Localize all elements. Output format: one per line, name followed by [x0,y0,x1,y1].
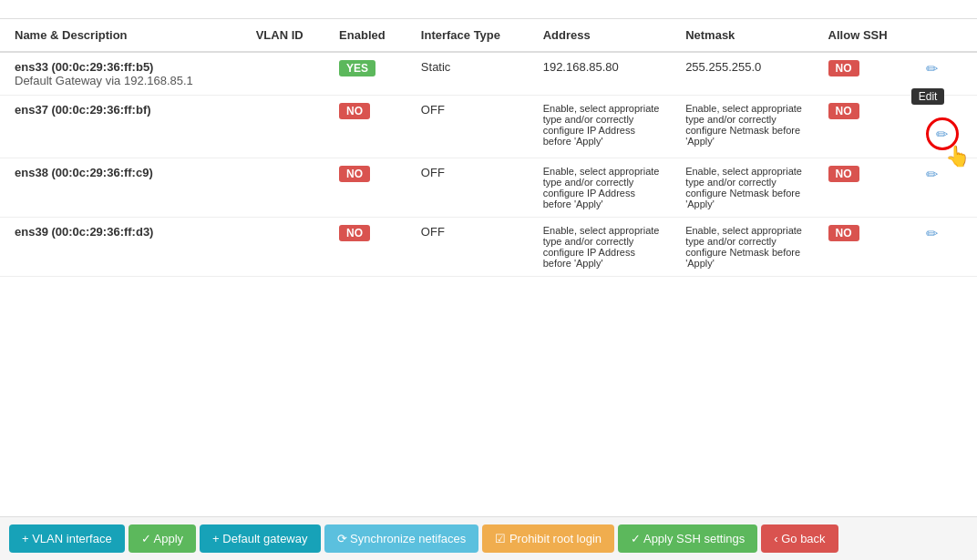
cell-netmask: 255.255.255.0 [671,52,813,96]
interfaces-table-container: Name & Description VLAN ID Enabled Inter… [0,19,977,465]
table-row: ens39 (00:0c:29:36:ff:d3)NOOFFEnable, se… [0,218,977,277]
cell-edit: ✏ [911,158,977,218]
cell-netmask: Enable, select appropriate type and/or c… [671,158,813,218]
cell-interface-type: OFF [406,96,529,158]
col-name: Name & Description [0,19,242,52]
cell-name: ens38 (00:0c:29:36:ff:c9) [0,158,242,218]
cell-interface-type: OFF [406,158,529,218]
table-row: ens37 (00:0c:29:36:ff:bf)NOOFFEnable, se… [0,96,977,158]
cell-edit: Edit✏👆 [911,96,977,158]
vlan-interface-button[interactable]: + VLAN interface [9,524,125,553]
cell-name: ens37 (00:0c:29:36:ff:bf) [0,96,242,158]
col-ssh: Allow SSH [814,19,911,52]
pencil-icon[interactable]: ✏ [926,167,938,182]
cell-allow-ssh: NO [814,218,911,277]
cell-enabled: NO [324,158,406,218]
cell-vlan [242,96,324,158]
pencil-icon[interactable]: ✏ [936,126,948,143]
enabled-badge: NO [339,225,370,241]
table-row: ens38 (00:0c:29:36:ff:c9)NOOFFEnable, se… [0,158,977,218]
cell-vlan [242,52,324,96]
cell-vlan [242,158,324,218]
cell-edit: ✏ [911,218,977,277]
cell-address: Enable, select appropriate type and/or c… [529,96,671,158]
ssh-badge: NO [828,166,859,182]
enabled-badge: NO [339,103,370,119]
cell-interface-type: Static [406,52,529,96]
enabled-badge: NO [339,166,370,182]
ssh-badge: NO [828,225,859,241]
apply-button[interactable]: ✓ Apply [129,524,196,553]
cell-allow-ssh: NO [814,52,911,96]
cell-address: Enable, select appropriate type and/or c… [529,158,671,218]
cell-enabled: YES [324,52,406,96]
cell-netmask: Enable, select appropriate type and/or c… [671,218,813,277]
go-back-button[interactable]: ‹ Go back [761,524,838,553]
synchronize-netifaces-button[interactable]: ⟳ Synchronize netifaces [324,524,479,553]
prohibit-root-login-button[interactable]: ☑ Prohibit root login [482,524,614,553]
ssh-badge: NO [828,103,859,119]
ssh-badge: NO [828,60,859,76]
pencil-icon[interactable]: ✏ [926,61,938,76]
col-actions [911,19,977,52]
enabled-badge: YES [339,60,375,76]
cell-netmask: Enable, select appropriate type and/or c… [671,96,813,158]
default-gateway-button[interactable]: + Default gateway [200,524,320,553]
interfaces-table: Name & Description VLAN ID Enabled Inter… [0,19,977,277]
cell-allow-ssh: NO [814,96,911,158]
edit-tooltip: Edit [911,88,945,105]
table-row: ens33 (00:0c:29:36:ff:b5)Default Gateway… [0,52,977,96]
col-vlan: VLAN ID [242,19,324,52]
cell-address: Enable, select appropriate type and/or c… [529,218,671,277]
col-type: Interface Type [406,19,529,52]
cell-address: 192.168.85.80 [529,52,671,96]
col-enabled: Enabled [324,19,406,52]
cell-name: ens39 (00:0c:29:36:ff:d3) [0,218,242,277]
footer-toolbar: + VLAN interface ✓ Apply + Default gatew… [0,516,977,560]
col-netmask: Netmask [671,19,813,52]
cell-allow-ssh: NO [814,158,911,218]
cell-enabled: NO [324,218,406,277]
apply-ssh-settings-button[interactable]: ✓ Apply SSH settings [618,524,757,553]
cell-vlan [242,218,324,277]
cell-enabled: NO [324,96,406,158]
col-address: Address [529,19,671,52]
pencil-icon[interactable]: ✏ [926,226,938,241]
cell-name: ens33 (00:0c:29:36:ff:b5)Default Gateway… [0,52,242,96]
cell-interface-type: OFF [406,218,529,277]
